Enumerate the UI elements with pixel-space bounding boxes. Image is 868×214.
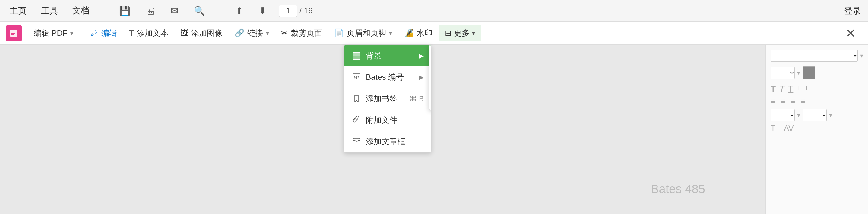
header-footer-button[interactable]: 📄 页眉和页脚 ▾ <box>328 25 398 41</box>
watermark-label: 水印 <box>417 28 433 38</box>
attach-label: 附加文件 <box>366 115 424 126</box>
panel-dropdown-icon-1: ▾ <box>860 52 863 59</box>
background-icon <box>351 51 362 61</box>
bookmark-label: 添加书签 <box>366 93 399 104</box>
save-icon[interactable]: 💾 <box>116 4 133 17</box>
bookmark-icon <box>351 94 362 104</box>
header-footer-label: 页眉和页脚 <box>347 28 386 38</box>
bold-button[interactable]: T <box>771 84 776 94</box>
svg-rect-5 <box>353 52 360 56</box>
attach-icon <box>351 115 362 126</box>
indent-select-2[interactable] <box>803 109 827 121</box>
edit-label: 编辑 <box>101 28 117 38</box>
indent-dropdown-2: ▾ <box>829 111 832 119</box>
background-label: 背景 <box>366 51 414 61</box>
nav-document[interactable]: 文档 <box>70 4 92 18</box>
right-panel: ▾ ▾ T T T T T ≡ ≡ ≡ ≡ ▾ ▾ T AV <box>766 45 868 214</box>
svg-rect-8 <box>353 138 360 145</box>
size-select[interactable] <box>771 67 795 79</box>
align-center-button[interactable]: ≡ <box>780 97 785 106</box>
italic-button[interactable]: T <box>779 84 784 94</box>
align-right-button[interactable]: ≡ <box>790 97 795 106</box>
underline-button[interactable]: T <box>788 84 793 94</box>
email-icon[interactable]: ✉ <box>168 4 181 17</box>
color-picker-box[interactable] <box>803 66 815 79</box>
align-justify-button[interactable]: ≡ <box>801 97 805 106</box>
edit-pdf-icon-box <box>6 25 22 41</box>
search-icon[interactable]: 🔍 <box>191 4 208 17</box>
nav-home[interactable]: 主页 <box>7 4 29 18</box>
text-align-buttons: ≡ ≡ ≡ ≡ <box>771 97 863 106</box>
bates-label: Bates 编号 <box>366 72 414 82</box>
panel-dropdown-icon-2: ▾ <box>797 69 800 77</box>
dropdown-item-article[interactable]: 添加文章框 <box>344 131 431 152</box>
link-icon: 🔗 <box>235 28 244 38</box>
article-label: 添加文章框 <box>366 136 424 147</box>
crop-icon: ✂ <box>281 28 288 38</box>
watermark-button[interactable]: 🔏 水印 <box>398 25 438 41</box>
add-image-icon: 🖼 <box>180 28 188 38</box>
crop-button[interactable]: ✂ 裁剪页面 <box>275 25 328 41</box>
add-image-button[interactable]: 🖼 添加图像 <box>174 25 228 41</box>
header-footer-dropdown-icon: ▾ <box>389 30 392 37</box>
bates-number-label: Bates 485 <box>651 182 705 196</box>
header-footer-icon: 📄 <box>334 28 344 38</box>
link-button[interactable]: 🔗 链接 ▾ <box>228 25 275 41</box>
more-label: 更多 <box>454 28 470 38</box>
bookmark-shortcut: ⌘ B <box>409 95 424 103</box>
edit-pdf-dropdown-icon: ▾ <box>70 30 73 37</box>
page-navigation: / 16 <box>279 5 312 17</box>
bates-submenu-arrow: ▶ <box>418 74 424 81</box>
panel-size-row: ▾ <box>771 66 863 79</box>
article-icon <box>351 137 362 147</box>
indent-dropdown-1: ▾ <box>797 111 800 119</box>
strikethrough-button[interactable]: T <box>797 84 801 94</box>
indent-select-1[interactable] <box>771 109 795 121</box>
upload-icon[interactable]: ⬆ <box>232 4 246 17</box>
edit-pdf-button[interactable]: 编辑 PDF ▾ <box>28 25 79 41</box>
link-label: 链接 <box>247 28 263 38</box>
more-grid-icon: ⊞ <box>445 28 452 38</box>
top-nav-bar: 主页 工具 文档 💾 🖨 ✉ 🔍 ⬆ ⬇ / 16 登录 <box>0 0 868 22</box>
login-button[interactable]: 登录 <box>844 5 861 17</box>
indent-row-1: ▾ ▾ <box>771 109 863 121</box>
font-color-button[interactable]: T <box>771 124 775 133</box>
panel-bottom-row: T AV <box>771 124 863 133</box>
print-icon[interactable]: 🖨 <box>143 4 158 17</box>
submenu-add[interactable]: 添加... <box>429 45 431 67</box>
font-select[interactable] <box>771 50 858 62</box>
close-button[interactable]: ✕ <box>840 26 862 40</box>
link-dropdown-icon: ▾ <box>266 30 269 37</box>
dropdown-item-background[interactable]: 背景 ▶ 添加... 更新... 删除... <box>344 45 431 66</box>
text-format-buttons: T T T T T <box>771 84 863 94</box>
bates-icon: 012 <box>351 72 362 82</box>
add-text-button[interactable]: T 添加文本 <box>123 25 174 41</box>
add-text-icon: T <box>129 28 134 38</box>
watermark-icon: 🔏 <box>404 28 414 38</box>
more-dropdown-menu: 背景 ▶ 添加... 更新... 删除... 012 Bates 编号 <box>344 45 431 153</box>
char-spacing-button[interactable]: AV <box>784 124 794 133</box>
background-submenu-arrow: ▶ <box>418 52 424 60</box>
page-number-input[interactable] <box>279 5 297 17</box>
download-icon[interactable]: ⬇ <box>256 4 269 17</box>
submenu-update[interactable]: 更新... <box>429 67 431 88</box>
superscript-button[interactable]: T <box>805 84 809 94</box>
nav-tools[interactable]: 工具 <box>39 4 60 18</box>
panel-font-row: ▾ <box>771 50 863 62</box>
submenu-delete[interactable]: 删除... <box>429 88 431 110</box>
more-button[interactable]: ⊞ 更多 ▾ <box>438 25 482 41</box>
add-image-label: 添加图像 <box>191 28 223 38</box>
align-left-button[interactable]: ≡ <box>771 97 775 106</box>
nav-divider-1 <box>104 5 104 16</box>
edit-pdf-label: 编辑 PDF <box>34 28 67 38</box>
svg-text:012: 012 <box>354 76 359 80</box>
dropdown-item-bookmark[interactable]: 添加书签 ⌘ B <box>344 88 431 109</box>
edit-button[interactable]: 🖊 编辑 <box>85 25 123 41</box>
edit-icon: 🖊 <box>91 28 98 38</box>
dropdown-item-attach[interactable]: 附加文件 <box>344 109 431 131</box>
nav-divider-2 <box>220 5 220 16</box>
toolbar: 编辑 PDF ▾ 🖊 编辑 T 添加文本 🖼 添加图像 🔗 链接 ▾ ✂ 裁剪页… <box>0 22 868 45</box>
page-total: / 16 <box>300 6 312 16</box>
background-submenu: 添加... 更新... 删除... <box>429 45 431 110</box>
dropdown-item-bates[interactable]: 012 Bates 编号 ▶ <box>344 66 431 88</box>
